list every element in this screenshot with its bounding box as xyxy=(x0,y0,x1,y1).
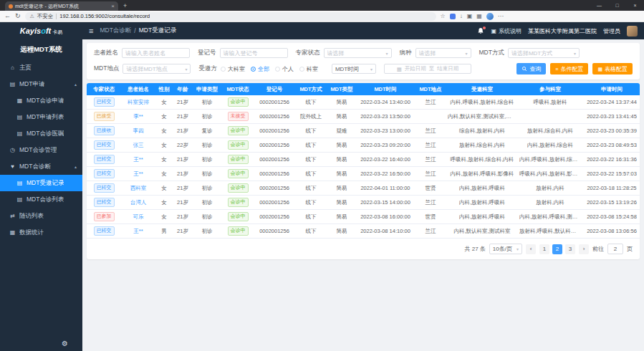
cell-joined_depts: 放射科,呼吸科,默认科室,测... xyxy=(518,224,582,239)
cell-joined_depts: 呼吸科,放射科 xyxy=(518,95,582,110)
sidebar-item-mdt-diagnose[interactable]: ♥MDT会诊断▴ xyxy=(0,158,82,175)
table-config-button[interactable]: ▦ 表格配置 xyxy=(592,63,633,74)
extension-icon[interactable] xyxy=(450,14,456,19)
search-button[interactable]: 查询 xyxy=(516,63,546,74)
chevron-down-icon: ▾ xyxy=(385,51,388,56)
maximize-button[interactable]: □ xyxy=(608,0,626,11)
invitee-radio-全部[interactable]: 全部 xyxy=(251,65,269,73)
column-header-apply_type: 申请类型 xyxy=(193,83,221,95)
browser-profile-avatar[interactable] xyxy=(486,13,494,20)
browser-tab[interactable]: mdt受邀记录 - 远程MDT系统 × xyxy=(5,1,118,11)
cell-mdt_time: 2022-03-23 09:20:00 xyxy=(356,138,415,153)
collections-icon[interactable]: ▣ xyxy=(467,13,473,19)
cell-age: 21岁 xyxy=(173,110,193,124)
condition-config-button[interactable]: ≡ 条件配置 xyxy=(550,63,588,74)
patient-name-link[interactable]: 台湾人 xyxy=(130,199,147,206)
sidebar-item-mdt-apply-create[interactable]: ▦MDT会诊申请 xyxy=(0,92,82,109)
sidebar-item-mdt-apply[interactable]: ▤MDT申请▴ xyxy=(0,76,82,92)
sidebar-item-home[interactable]: ⌂主页 xyxy=(0,59,82,76)
favorites-star-icon[interactable]: ☆ xyxy=(441,13,446,19)
cell-mdt_place: 兰江 xyxy=(415,196,446,210)
back-icon[interactable]: ← xyxy=(4,13,11,19)
sidebar-item-mdt-apply-list[interactable]: ▤MDT申请列表 xyxy=(0,109,82,125)
sidebar-item-mdt-invite-records[interactable]: ▤MDT受邀记录 xyxy=(0,175,82,191)
cell-apply_type: 初诊 xyxy=(193,167,221,181)
mdt-time-select[interactable]: MDT时间 ▾ xyxy=(332,64,376,74)
next-page-button[interactable]: › xyxy=(579,244,589,254)
sidebar-item-mdt-consult-list[interactable]: ▤MDT会诊列表 xyxy=(0,191,82,208)
page-button-2[interactable]: 2 xyxy=(552,244,562,254)
invitee-radio-大科室[interactable]: 大科室 xyxy=(221,65,245,73)
mdt-status-tag: 会诊中 xyxy=(228,198,249,207)
close-window-button[interactable]: × xyxy=(626,0,644,11)
patient-name-link[interactable]: 王** xyxy=(133,170,143,177)
mdt-place-select[interactable]: 请选择MDT地点 ▾ xyxy=(122,64,191,74)
refresh-icon[interactable]: ↻ xyxy=(15,13,21,19)
cell-apply_type: 初诊 xyxy=(193,181,221,196)
goto-page-input[interactable] xyxy=(607,244,623,254)
minimize-button[interactable]: — xyxy=(590,0,608,11)
mdt-mode-select[interactable]: 请选择MDT方式 ▾ xyxy=(508,48,580,58)
sidebar-item-followup-list[interactable]: ⇄随访列表 xyxy=(0,208,82,224)
share-icon: ⇄ xyxy=(9,213,16,219)
sidebar-item-mdt-manage[interactable]: ◷MDT会诊管理 xyxy=(0,142,82,158)
system-title: 远程MDT系统 xyxy=(0,39,82,59)
disease-select[interactable]: 请选择 ▾ xyxy=(415,48,471,58)
download-icon[interactable]: ↓ xyxy=(460,13,463,19)
browser-toolbar: ← ↻ ⚠ 不安全 192.168.0.156:9002/consultale/… xyxy=(0,11,644,22)
date-range-picker[interactable]: ▦ 开始日期 至 结束日期 xyxy=(384,64,471,74)
cell-mdt_time: 2022-03-23 13:00:00 xyxy=(356,124,415,138)
new-tab-button[interactable]: + xyxy=(123,1,127,11)
cell-apply_time: 2022-03-23 08:49:53 xyxy=(582,138,640,153)
patient-name-link[interactable]: 王** xyxy=(133,156,143,163)
patient-name-link[interactable]: 西科室 xyxy=(130,185,147,191)
browser-menu-icon[interactable]: ⋯ xyxy=(498,13,504,19)
address-bar[interactable]: ⚠ 不安全 192.168.0.156:9002/consultale/reco… xyxy=(25,12,436,21)
table-row: 已转交台湾人女21岁初诊会诊中0002001256线下简易2022-03-15 … xyxy=(87,196,640,210)
cell-mdt_status: 会诊中 xyxy=(221,224,254,239)
expert-status-tag: 已转交 xyxy=(94,226,115,236)
patient-name-link[interactable]: 李四 xyxy=(133,128,144,134)
sidebar-item-statistics[interactable]: ▦数据统计 xyxy=(0,224,82,241)
page-size-select[interactable]: 10条/页 ▾ xyxy=(489,244,522,254)
cell-apply_time: 2022-03-24 13:37:44 xyxy=(582,95,640,110)
patient-name-link[interactable]: 王** xyxy=(133,228,143,234)
chevron-up-icon: ▴ xyxy=(75,82,77,87)
prev-page-button[interactable]: ‹ xyxy=(526,244,536,254)
patient-name-link[interactable]: 李** xyxy=(133,113,143,120)
cell-gender: 女 xyxy=(155,110,173,124)
patient-name-link[interactable]: 可乐 xyxy=(133,213,144,220)
tab-close-icon[interactable]: × xyxy=(111,4,115,9)
patient-name-link[interactable]: 科室安排 xyxy=(128,99,149,105)
cell-apply_type: 初诊 xyxy=(193,153,221,167)
cell-apply_type: 复诊 xyxy=(193,124,221,138)
expert-status-select[interactable]: 请选择 ▾ xyxy=(324,48,392,58)
patient-name-link[interactable]: 张三 xyxy=(133,142,144,148)
page-button-3[interactable]: 3 xyxy=(565,244,575,254)
cell-register_no: 0002001256 xyxy=(254,138,294,153)
cell-mdt_type: 简易 xyxy=(327,167,356,181)
sidebar-item-mdt-orders[interactable]: ▤MDT会诊医嘱 xyxy=(0,125,82,142)
order-icon: ▤ xyxy=(16,130,23,137)
column-header-mdt_status: MDT状态 xyxy=(221,83,254,95)
cell-joined_depts: 内科,呼吸科,放射科,综合科 xyxy=(518,153,582,167)
patient-name-input[interactable] xyxy=(122,48,190,58)
invitee-radio-科室[interactable]: 科室 xyxy=(299,65,318,73)
radio-icon xyxy=(251,67,256,72)
apps-grid-icon[interactable]: ▦ xyxy=(476,13,482,19)
cell-mdt_time: 2022-03-08 16:00:00 xyxy=(356,210,415,224)
page-button-1[interactable]: 1 xyxy=(539,244,549,254)
mdt-status-tag: 会诊中 xyxy=(228,183,249,193)
not-secure-warning-icon: ⚠ xyxy=(30,14,34,19)
system-help-link[interactable]: ▣ 系统说明 xyxy=(491,27,522,35)
table-row: 已转交王**女21岁初诊会诊中0002001256线下简易2022-03-22 … xyxy=(87,153,640,167)
sidebar-toggle-icon[interactable]: ≡ xyxy=(89,27,93,35)
settings-gear-icon[interactable]: ⚙ xyxy=(62,340,68,347)
table-row: 已转交张三女22岁初诊会诊中0002001256线下简易2022-03-23 0… xyxy=(87,138,640,153)
cell-age: 21岁 xyxy=(173,124,193,138)
user-avatar[interactable] xyxy=(627,26,638,37)
notifications-bell-icon[interactable] xyxy=(477,27,484,34)
invitee-radio-个人[interactable]: 个人 xyxy=(275,65,294,73)
cell-mdt_status: 会诊中 xyxy=(221,181,254,196)
register-no-input[interactable] xyxy=(220,48,288,58)
